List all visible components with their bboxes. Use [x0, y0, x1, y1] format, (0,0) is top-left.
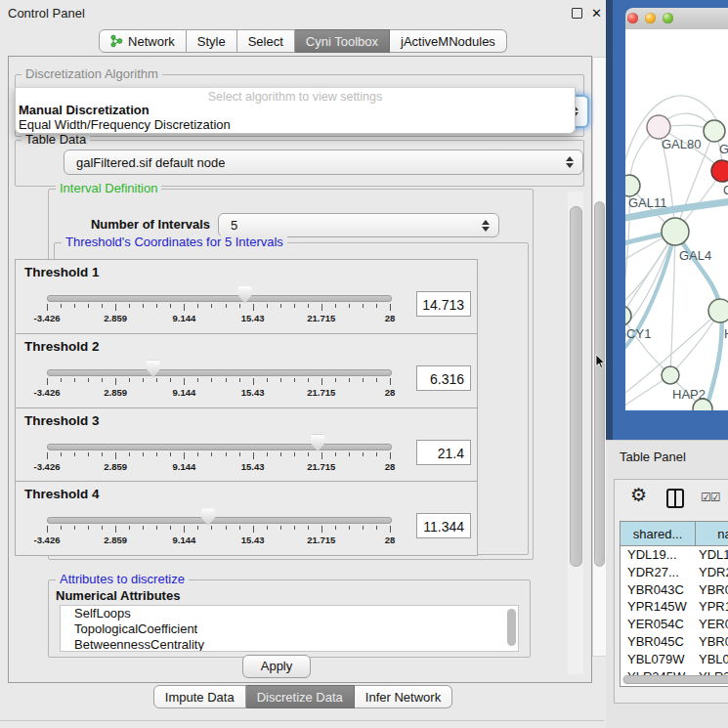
table-header-row: shared...na [621, 522, 728, 546]
table-cell: YBR0 [696, 633, 728, 651]
slider-ticks [47, 304, 390, 312]
table-toolbar: ⚙ ☑☑ [615, 480, 728, 517]
columns-icon[interactable] [666, 489, 684, 508]
threshold-label: Threshold 1 [24, 265, 100, 279]
threshold-panel-1: Threshold 1-3.4262.8599.14415.4321.71528… [15, 259, 478, 334]
number-of-intervals-value: 5 [231, 218, 237, 233]
threshold-label: Threshold 2 [24, 339, 100, 354]
slider-scale-labels: -3.4262.8599.14415.4321.71528 [47, 535, 390, 546]
tab-network[interactable]: Network [99, 29, 187, 53]
table-row[interactable]: YBR045CYBR0 [621, 633, 728, 651]
tab-impute-data[interactable]: Impute Data [153, 685, 246, 708]
close-traffic-light[interactable] [627, 13, 638, 23]
network-node-label: H [724, 326, 728, 341]
list-scrollbar-thumb[interactable] [507, 609, 516, 646]
slider-track[interactable] [47, 369, 392, 376]
table-row[interactable]: YPR145WYPR1 [621, 598, 728, 616]
zoom-traffic-light[interactable] [663, 13, 673, 23]
threshold-value-field[interactable]: 14.713 [416, 291, 471, 317]
table-cell: YPR1 [696, 598, 728, 616]
network-node[interactable] [647, 115, 670, 139]
threshold-panel-3: Threshold 3-3.4262.8599.14415.4321.71528… [15, 407, 478, 483]
threshold-panel-4: Threshold 4-3.4262.8599.14415.4321.71528… [15, 481, 478, 556]
tab-cyni-toolbox[interactable]: Cyni Toolbox [295, 29, 390, 53]
spinner-arrows-icon [482, 220, 490, 232]
network-view-window: GAL80GACGAL11GAL4GCY1HHAP2 [606, 0, 728, 440]
popup-option-2[interactable]: Equal Width/Frequency Discretization [19, 117, 231, 132]
network-node[interactable] [625, 175, 640, 196]
slider-ticks [47, 378, 390, 386]
network-node-label: GAL4 [679, 248, 711, 263]
algorithm-group-title: Discretization Algorithm [21, 67, 162, 81]
tab-infer-network[interactable]: Infer Network [355, 685, 452, 708]
table-cell: YER0 [696, 616, 728, 633]
table-hscrollbar[interactable] [622, 675, 728, 684]
tab-jactivemnodules[interactable]: jActiveMNodules [390, 29, 507, 53]
close-icon[interactable]: ✕ [591, 7, 602, 20]
settings-scrollbar-thumb[interactable] [570, 206, 582, 567]
slider-track[interactable] [47, 295, 392, 302]
window-title: Control Panel [8, 6, 85, 21]
settings-scrollbar[interactable] [568, 192, 583, 674]
threshold-value-field[interactable]: 11.344 [416, 513, 471, 538]
restore-icon[interactable] [572, 8, 582, 19]
network-node[interactable] [625, 306, 631, 325]
table-cell: YPR145W [621, 598, 696, 616]
table-hscrollbar-thumb[interactable] [623, 675, 728, 684]
gear-icon[interactable]: ⚙ [630, 486, 647, 504]
control-panel-window: Control Panel ✕ NetworkStyleSelectCyni T… [0, 0, 606, 728]
network-node[interactable] [662, 218, 689, 245]
network-node[interactable] [662, 366, 679, 384]
network-graph: GAL80GACGAL11GAL4GCY1HHAP2 [625, 29, 728, 410]
bottom-tabstrip: Impute DataDiscretize DataInfer Network [0, 685, 606, 708]
mouse-cursor [595, 355, 606, 369]
tab-style[interactable]: Style [187, 29, 237, 53]
popup-option-1[interactable]: Manual Discretization [19, 103, 150, 117]
slider-track[interactable] [47, 517, 392, 524]
table-rows: YDL19...YDL1YDR27...YDR2YBR043CYBR0YPR14… [621, 546, 728, 676]
network-node-label: GA [719, 142, 728, 156]
table-row[interactable]: YER054CYER0 [621, 616, 728, 633]
slider-ticks [47, 452, 390, 460]
table-data-combobox[interactable]: galFiltered.sif default node [64, 150, 583, 175]
network-canvas[interactable]: GAL80GACGAL11GAL4GCY1HHAP2 [625, 29, 728, 410]
threshold-panel-2: Threshold 2-3.4262.8599.14415.4321.71528… [15, 333, 478, 408]
tab-select[interactable]: Select [237, 29, 295, 53]
table-cell: YDL19... [621, 546, 696, 564]
network-node[interactable] [704, 120, 725, 142]
panel-scrollbar-thumb[interactable] [594, 201, 605, 567]
table-row[interactable]: YBR043CYBR0 [621, 581, 728, 599]
attribute-item[interactable]: BetweennessCentrality [61, 637, 518, 652]
network-highlight-edge [706, 311, 722, 410]
network-window-titlebar[interactable] [625, 8, 728, 30]
table-row[interactable]: YBL079WYBL0 [621, 651, 728, 668]
tab-label: jActiveMNodules [401, 34, 495, 49]
network-node[interactable] [708, 299, 728, 322]
attribute-item[interactable]: TopologicalCoefficient [61, 621, 518, 637]
table-cell: YDR27... [621, 564, 696, 581]
combo-arrows-icon [566, 156, 574, 168]
select-checkboxes-icon[interactable]: ☑☑ [701, 491, 720, 504]
minimize-traffic-light[interactable] [645, 13, 656, 23]
network-icon [110, 34, 123, 48]
threshold-label: Threshold 4 [24, 487, 100, 501]
column-header[interactable]: shared... [621, 522, 696, 546]
slider-track[interactable] [47, 444, 392, 450]
attribute-item[interactable]: SelfLoops [61, 606, 518, 621]
table-panel-inner: ⚙ ☑☑ shared...na YDL19...YDL1YDR27...YDR… [614, 479, 728, 704]
network-edge [625, 316, 670, 375]
threshold-value-field[interactable]: 21.4 [416, 440, 471, 465]
network-node-label: GCY1 [625, 326, 651, 341]
apply-button[interactable]: Apply [242, 655, 311, 678]
popup-hint: Select algorithm to view settings [16, 90, 575, 104]
network-node[interactable] [711, 160, 728, 182]
table-row[interactable]: YDR27...YDR2 [621, 564, 728, 581]
table-row[interactable]: YDL19...YDL1 [621, 546, 728, 564]
column-header[interactable]: na [696, 522, 728, 546]
threshold-value-field[interactable]: 6.316 [416, 365, 471, 391]
numerical-attributes-list[interactable]: SelfLoopsTopologicalCoefficientBetweenne… [60, 605, 519, 652]
tab-label: Impute Data [165, 690, 235, 705]
tab-discretize-data[interactable]: Discretize Data [246, 685, 355, 708]
table-cell: YBL079W [621, 651, 696, 668]
number-of-intervals-label: Number of Intervals [77, 217, 210, 232]
